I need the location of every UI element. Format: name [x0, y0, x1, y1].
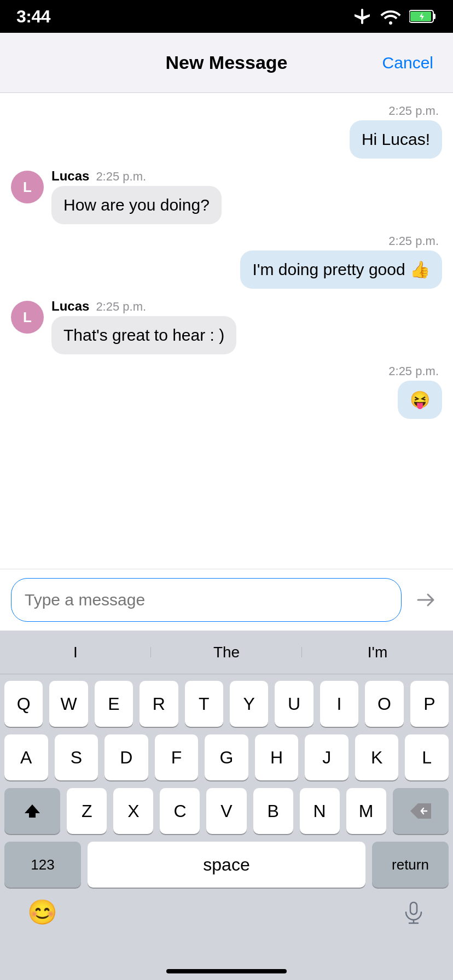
message-bubble-received: How are you doing?	[51, 186, 222, 224]
send-icon	[414, 588, 438, 612]
key-i[interactable]: I	[320, 681, 358, 727]
status-time: 3:44	[16, 7, 50, 27]
message-timestamp: 2:25 p.m.	[96, 170, 146, 184]
key-a[interactable]: A	[4, 734, 48, 780]
delete-key[interactable]	[393, 788, 449, 834]
key-v[interactable]: V	[206, 788, 246, 834]
keyboard-bottom-bar: 😊	[0, 888, 453, 942]
message-bubble-sent: I'm doing pretty good 👍	[240, 250, 442, 289]
svg-rect-1	[433, 14, 435, 19]
message-content: Lucas 2:25 p.m. That's great to hear : )	[51, 299, 236, 354]
message-bubble-sent: Hi Lucas!	[350, 120, 442, 159]
key-l[interactable]: L	[405, 734, 449, 780]
svg-rect-3	[410, 902, 417, 914]
key-m[interactable]: M	[346, 788, 386, 834]
key-d[interactable]: D	[104, 734, 148, 780]
space-key[interactable]: space	[88, 842, 365, 888]
key-h[interactable]: H	[255, 734, 299, 780]
messages-area: 2:25 p.m. Hi Lucas! L Lucas 2:25 p.m. Ho…	[0, 93, 453, 569]
message-header: Lucas 2:25 p.m.	[51, 299, 236, 314]
sent-message: 2:25 p.m. Hi Lucas!	[11, 104, 442, 159]
avatar: L	[11, 301, 44, 334]
message-timestamp: 2:25 p.m.	[388, 364, 442, 378]
key-row-3: ZXCVBNM	[4, 788, 449, 834]
autocomplete-suggestion[interactable]: The	[151, 644, 302, 661]
shift-key[interactable]	[4, 788, 60, 834]
message-bubble-received: That's great to hear : )	[51, 316, 236, 354]
emoji-icon[interactable]: 😊	[27, 898, 57, 926]
key-row-2: ASDFGHJKL	[4, 734, 449, 780]
sender-name: Lucas	[51, 299, 89, 314]
message-timestamp: 2:25 p.m.	[388, 104, 442, 118]
key-f[interactable]: F	[155, 734, 199, 780]
key-x[interactable]: X	[113, 788, 153, 834]
autocomplete-suggestion[interactable]: I	[0, 644, 151, 661]
key-y[interactable]: Y	[230, 681, 268, 727]
avatar: L	[11, 171, 44, 203]
send-button[interactable]	[409, 584, 442, 616]
key-u[interactable]: U	[275, 681, 313, 727]
key-e[interactable]: E	[95, 681, 133, 727]
sender-name: Lucas	[51, 168, 89, 184]
key-z[interactable]: Z	[67, 788, 107, 834]
key-j[interactable]: J	[305, 734, 349, 780]
sent-message: 2:25 p.m. 😝	[11, 364, 442, 419]
key-t[interactable]: T	[185, 681, 223, 727]
sent-message: 2:25 p.m. I'm doing pretty good 👍	[11, 234, 442, 289]
wifi-icon	[380, 8, 402, 25]
microphone-icon[interactable]	[402, 900, 426, 924]
nav-bar: New Message Cancel	[0, 33, 453, 93]
key-k[interactable]: K	[355, 734, 399, 780]
autocomplete-row: ITheI'm	[0, 631, 453, 674]
message-timestamp: 2:25 p.m.	[96, 300, 146, 314]
received-message: L Lucas 2:25 p.m. How are you doing?	[11, 168, 442, 224]
key-row-1: QWERTYUIOP	[4, 681, 449, 727]
key-b[interactable]: B	[253, 788, 293, 834]
key-w[interactable]: W	[49, 681, 88, 727]
key-rows: QWERTYUIOP ASDFGHJKL ZXCVBNM 123spaceret…	[0, 674, 453, 888]
key-p[interactable]: P	[410, 681, 449, 727]
key-r[interactable]: R	[140, 681, 178, 727]
home-indicator[interactable]	[166, 969, 287, 973]
key-q[interactable]: Q	[4, 681, 43, 727]
key-row-bottom: 123spacereturn	[4, 842, 449, 888]
return-key[interactable]: return	[372, 842, 449, 888]
cancel-button[interactable]: Cancel	[382, 54, 433, 72]
nav-title: New Message	[166, 52, 288, 73]
message-content: Lucas 2:25 p.m. How are you doing?	[51, 168, 222, 224]
airplane-icon	[352, 9, 372, 24]
numbers-key[interactable]: 123	[4, 842, 81, 888]
received-message: L Lucas 2:25 p.m. That's great to hear :…	[11, 299, 442, 354]
battery-icon	[409, 9, 437, 24]
autocomplete-suggestion[interactable]: I'm	[302, 644, 453, 661]
message-bubble-sent: 😝	[398, 381, 442, 419]
message-input[interactable]	[11, 578, 402, 622]
status-bar: 3:44	[0, 0, 453, 33]
key-s[interactable]: S	[55, 734, 98, 780]
message-header: Lucas 2:25 p.m.	[51, 168, 222, 184]
keyboard: ITheI'm QWERTYUIOP ASDFGHJKL ZXCVBNM 123…	[0, 631, 453, 980]
key-o[interactable]: O	[365, 681, 403, 727]
status-icons	[352, 8, 437, 25]
key-g[interactable]: G	[205, 734, 248, 780]
input-area	[0, 569, 453, 631]
key-c[interactable]: C	[160, 788, 200, 834]
key-n[interactable]: N	[300, 788, 340, 834]
message-timestamp: 2:25 p.m.	[388, 234, 442, 248]
